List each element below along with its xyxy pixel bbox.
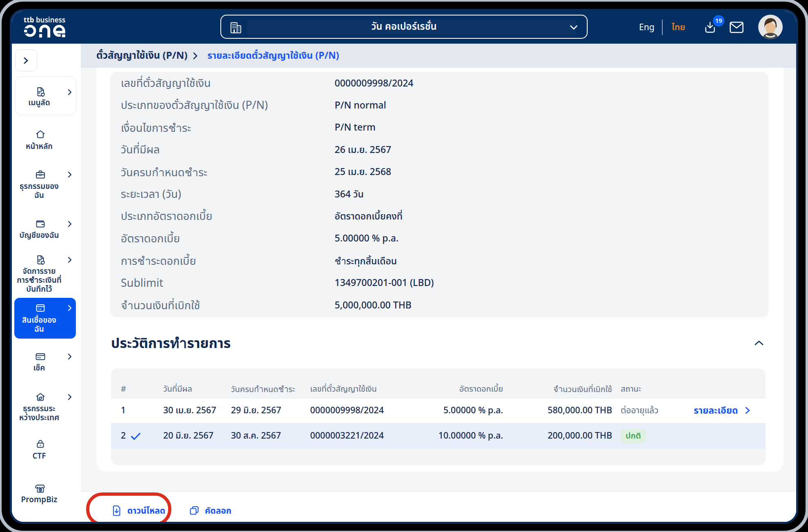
svg-text:฿: ฿ bbox=[40, 488, 41, 492]
